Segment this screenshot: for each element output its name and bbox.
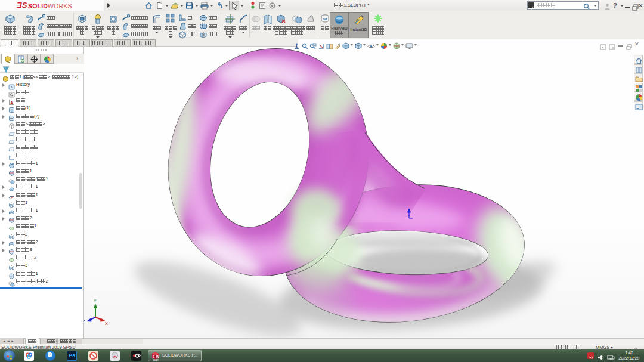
svg-text:A: A: [10, 101, 13, 105]
svg-text:X: X: [105, 321, 108, 326]
svg-text:nd: nd: [323, 17, 327, 21]
svg-text:Y: Y: [94, 299, 97, 303]
svg-text:2019: 2019: [153, 358, 159, 361]
